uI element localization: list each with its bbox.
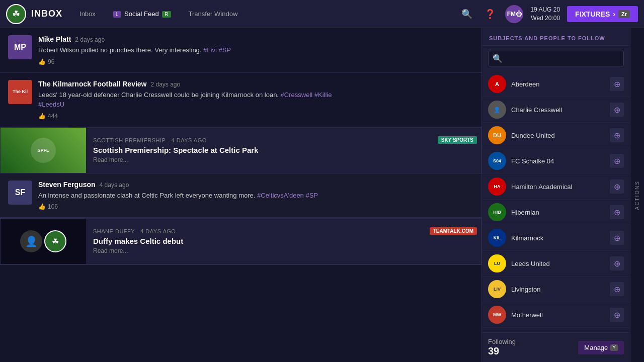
tab-inbox[interactable]: Inbox bbox=[72, 7, 103, 21]
search-box[interactable]: 🔍 bbox=[488, 51, 624, 66]
club-name: Hamilton Academical bbox=[511, 183, 605, 191]
follow-item-dundee[interactable]: DU Dundee United ⊕ bbox=[482, 123, 630, 148]
follow-button-aberdeen[interactable]: ⊕ bbox=[610, 77, 624, 91]
search-button[interactable]: 🔍 bbox=[459, 6, 475, 22]
tweet-header: Mike Platt 2 days ago bbox=[38, 35, 473, 43]
follow-button-schalke[interactable]: ⊕ bbox=[610, 154, 624, 168]
follow-list: A Aberdeen ⊕ 👤 Charlie Cresswell ⊕ DU Du… bbox=[482, 71, 630, 332]
article-meta: SHANE DUFFY - 4 DAYS AGO bbox=[93, 228, 474, 234]
hashtag-sp2[interactable]: #SP bbox=[305, 192, 318, 199]
celtic-logo: ☘ bbox=[6, 4, 26, 24]
follow-button-kilmarnock[interactable]: ⊕ bbox=[610, 231, 624, 245]
follow-button-motherwell[interactable]: ⊕ bbox=[610, 308, 624, 322]
tweet-body: The Kilmarnock Football Review 2 days ag… bbox=[38, 80, 473, 120]
like-icon: 👍 bbox=[38, 203, 46, 210]
club-logo-livingston: LIV bbox=[488, 280, 506, 298]
club-logo-hamilton: HA bbox=[488, 177, 506, 196]
tweet-body: Steven Ferguson 4 days ago An intense an… bbox=[38, 180, 473, 211]
article-thumbnail: SPFL bbox=[1, 128, 86, 173]
article-read-more[interactable]: Read more... bbox=[93, 247, 474, 254]
club-name: Motherwell bbox=[511, 311, 605, 319]
tweet-name: Steven Ferguson bbox=[38, 180, 96, 189]
club-logo-motherwell: MW bbox=[488, 306, 506, 324]
article-shane[interactable]: 👤 ☘ SHANE DUFFY - 4 DAYS AGO Duffy makes… bbox=[0, 218, 481, 264]
article-title: Scottish Premiership: Spectacle at Celti… bbox=[93, 146, 474, 154]
manage-button[interactable]: Manage Y bbox=[578, 341, 624, 354]
top-nav: ☘ INBOX Inbox L Social Feed R Transfer W… bbox=[0, 0, 644, 28]
hashtag-leedsu[interactable]: #LeedsU bbox=[38, 101, 64, 108]
sidebar-title: SUBJECTS AND PEOPLE TO FOLLOW bbox=[482, 28, 630, 46]
shane-avatar: 👤 bbox=[20, 230, 42, 252]
hashtag-livi[interactable]: #Livi bbox=[203, 46, 217, 54]
following-count: 39 bbox=[488, 345, 516, 357]
logo-area: ☘ INBOX bbox=[6, 4, 62, 24]
article-meta: SCOTTISH PREMIERSHIP - 4 DAYS AGO bbox=[93, 137, 474, 143]
club-name: Dundee United bbox=[511, 132, 605, 139]
list-item: MP Mike Platt 2 days ago Robert Wilson p… bbox=[0, 28, 481, 73]
tweet-steven-ferguson: SF Steven Ferguson 4 days ago An intense… bbox=[8, 180, 473, 211]
tab-transfer-window[interactable]: Transfer Window bbox=[182, 7, 245, 21]
tweet-text: An intense and passionate clash at Celti… bbox=[38, 191, 473, 201]
follow-button-hibernian[interactable]: ⊕ bbox=[610, 205, 624, 219]
tab-social-feed[interactable]: L Social Feed R bbox=[105, 7, 180, 21]
tweet-header: The Kilmarnock Football Review 2 days ag… bbox=[38, 80, 473, 88]
follow-item-hamilton[interactable]: HA Hamilton Academical ⊕ bbox=[482, 174, 630, 200]
tweet-time: 2 days ago bbox=[75, 36, 105, 43]
feed-panel[interactable]: MP Mike Platt 2 days ago Robert Wilson p… bbox=[0, 28, 481, 362]
hashtag-celtic-adeen[interactable]: #CelticvsA'deen bbox=[257, 192, 304, 199]
hashtag-sp[interactable]: #SP bbox=[218, 46, 231, 54]
club-name: Livingston bbox=[511, 286, 605, 293]
follow-button-leeds[interactable]: ⊕ bbox=[610, 256, 624, 270]
y-badge: Y bbox=[610, 344, 618, 351]
hashtag-cresswell[interactable]: #Cresswell bbox=[281, 91, 313, 99]
following-info: Following 39 bbox=[488, 338, 516, 357]
club-logo-dundee: DU bbox=[488, 126, 506, 144]
article-info: SHANE DUFFY - 4 DAYS AGO Duffy makes Cel… bbox=[86, 223, 481, 259]
top-actions: 🔍 ❓ FM ⏻ 19 AUG 20 Wed 20:00 FIXTURES › … bbox=[459, 5, 638, 23]
like-icon: 👍 bbox=[38, 113, 46, 120]
tweet-text: Robert Wilson pulled no punches there. V… bbox=[38, 45, 473, 55]
article-header: SPFL SCOTTISH PREMIERSHIP - 4 DAYS AGO S… bbox=[1, 128, 481, 173]
date-area: 19 AUG 20 Wed 20:00 bbox=[530, 6, 560, 23]
source-badge: SKY SPORTS bbox=[438, 136, 477, 144]
follow-item-charlie[interactable]: 👤 Charlie Cresswell ⊕ bbox=[482, 97, 630, 123]
article-thumbnail: 👤 ☘ bbox=[1, 219, 86, 264]
follow-item-aberdeen[interactable]: A Aberdeen ⊕ bbox=[482, 71, 630, 97]
article-header: 👤 ☘ SHANE DUFFY - 4 DAYS AGO Duffy makes… bbox=[1, 219, 481, 264]
club-logo-leeds: LU bbox=[488, 254, 506, 273]
follow-button-livingston[interactable]: ⊕ bbox=[610, 282, 624, 296]
hashtag-killie[interactable]: #Killie bbox=[314, 91, 332, 99]
tweet-mike-platt: MP Mike Platt 2 days ago Robert Wilson p… bbox=[8, 35, 473, 65]
club-name: Leeds United bbox=[511, 260, 605, 267]
search-input[interactable] bbox=[506, 55, 619, 62]
celtic-logo-small: ☘ bbox=[44, 230, 66, 252]
tweet-time: 2 days ago bbox=[151, 81, 181, 88]
club-name: Charlie Cresswell bbox=[511, 106, 605, 114]
social-feed-r-badge: R bbox=[162, 11, 171, 18]
follow-item-leeds[interactable]: LU Leeds United ⊕ bbox=[482, 251, 630, 277]
follow-item-hibernian[interactable]: HIB Hibernian ⊕ bbox=[482, 200, 630, 225]
fixtures-button[interactable]: FIXTURES › Zr bbox=[567, 6, 638, 22]
fm-badge: FM ⏻ bbox=[505, 5, 523, 23]
avatar: SF bbox=[8, 180, 32, 205]
follow-button-charlie[interactable]: ⊕ bbox=[610, 103, 624, 117]
help-button[interactable]: ❓ bbox=[482, 6, 498, 22]
search-icon: 🔍 bbox=[493, 54, 503, 63]
article-spl[interactable]: SPFL SCOTTISH PREMIERSHIP - 4 DAYS AGO S… bbox=[0, 127, 481, 173]
club-logo-kilmarnock: KIL bbox=[488, 229, 506, 247]
follow-item-schalke[interactable]: S04 FC Schalke 04 ⊕ bbox=[482, 148, 630, 174]
follow-item-livingston[interactable]: LIV Livingston ⊕ bbox=[482, 277, 630, 302]
follow-item-kilmarnock[interactable]: KIL Kilmarnock ⊕ bbox=[482, 225, 630, 251]
article-info: SCOTTISH PREMIERSHIP - 4 DAYS AGO Scotti… bbox=[86, 132, 481, 168]
tweet-name: The Kilmarnock Football Review bbox=[38, 80, 147, 88]
source-badge: TEAMTALK.COM bbox=[430, 227, 477, 235]
follow-item-motherwell[interactable]: MW Motherwell ⊕ bbox=[482, 302, 630, 328]
nav-tabs: Inbox L Social Feed R Transfer Window bbox=[72, 7, 245, 21]
avatar: The Kil bbox=[8, 80, 32, 104]
article-read-more[interactable]: Read more... bbox=[93, 156, 474, 163]
article-title: Duffy makes Celtic debut bbox=[93, 237, 474, 245]
club-logo-aberdeen: A bbox=[488, 75, 506, 93]
follow-button-dundee[interactable]: ⊕ bbox=[610, 128, 624, 142]
spl-logo: SPFL bbox=[31, 138, 56, 163]
follow-button-hamilton[interactable]: ⊕ bbox=[610, 179, 624, 194]
